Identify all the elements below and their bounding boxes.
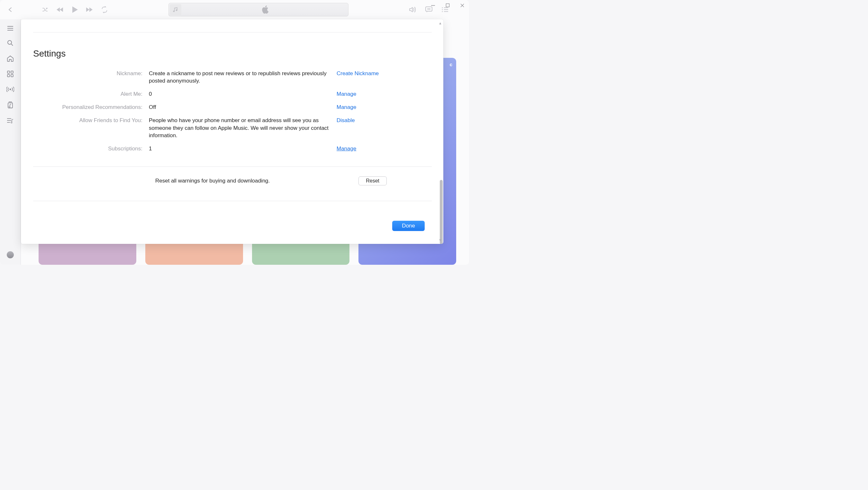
label-recs: Personalized Recommendations:	[33, 103, 149, 111]
next-track-icon[interactable]	[86, 6, 94, 13]
close-icon[interactable]	[460, 3, 465, 8]
manage-subscriptions-link[interactable]: Manage	[337, 145, 356, 152]
row-allow-friends: Allow Friends to Find You: People who ha…	[33, 116, 432, 143]
svg-point-10	[442, 11, 443, 12]
settings-heading: Settings	[33, 48, 432, 59]
shuffle-icon[interactable]	[42, 6, 49, 13]
playlist-icon[interactable]	[7, 118, 14, 123]
player-bar: 99	[0, 0, 469, 19]
svg-point-15	[8, 40, 11, 44]
play-icon[interactable]	[71, 6, 79, 13]
row-personalized-recs: Personalized Recommendations: Off Manage	[33, 102, 432, 116]
row-subscriptions: Subscriptions: 1 Manage	[33, 143, 432, 157]
settings-sheet: ▲ ▼ Settings Nickname: Create a nickname…	[21, 19, 443, 244]
browse-grid-icon[interactable]	[7, 71, 13, 77]
menu-icon[interactable]	[7, 26, 13, 31]
svg-rect-20	[11, 74, 13, 77]
scroll-up-arrow[interactable]: ▲	[438, 21, 442, 25]
minimize-icon[interactable]	[431, 3, 435, 8]
value-recs: Off	[149, 103, 329, 111]
library-music-icon[interactable]	[7, 101, 13, 108]
done-button[interactable]: Done	[392, 221, 425, 231]
label-nickname: Nickname:	[33, 70, 149, 77]
tile-badge: c	[450, 62, 452, 67]
settings-content: Settings Nickname: Create a nickname to …	[21, 19, 437, 244]
svg-rect-1	[446, 4, 450, 7]
svg-line-16	[11, 44, 13, 45]
app-window: 99 c ▲ ▼ Settings Nickname: Cre	[0, 0, 469, 265]
prev-track-icon[interactable]	[56, 6, 64, 13]
reset-button[interactable]: Reset	[359, 176, 387, 186]
divider	[33, 201, 432, 201]
value-nickname: Create a nickname to post new reviews or…	[149, 70, 329, 85]
divider	[33, 32, 432, 32]
label-subscriptions: Subscriptions:	[33, 145, 149, 152]
now-playing-bar[interactable]	[168, 3, 348, 17]
svg-point-8	[442, 9, 443, 10]
row-alert-me: Alert Me: 0 Manage	[33, 89, 432, 102]
home-icon[interactable]	[7, 55, 14, 62]
manage-alerts-link[interactable]: Manage	[337, 91, 356, 97]
row-reset-warnings: Reset all warnings for buying and downlo…	[33, 176, 432, 186]
value-friends: People who have your phone number or ema…	[149, 117, 329, 139]
divider	[33, 166, 432, 167]
search-icon[interactable]	[7, 40, 13, 46]
reset-warnings-text: Reset all warnings for buying and downlo…	[155, 178, 270, 184]
album-art-placeholder	[170, 4, 181, 15]
svg-text:99: 99	[427, 7, 431, 10]
manage-recs-link[interactable]: Manage	[337, 104, 356, 110]
disable-friends-link[interactable]: Disable	[337, 117, 355, 123]
svg-rect-19	[7, 74, 10, 77]
value-alert-me: 0	[149, 90, 329, 98]
row-nickname: Nickname: Create a nickname to post new …	[33, 68, 432, 89]
svg-rect-17	[7, 71, 10, 73]
sidebar-rail	[0, 19, 21, 265]
volume-icon[interactable]	[409, 6, 416, 13]
repeat-icon[interactable]	[101, 6, 108, 13]
label-friends: Allow Friends to Find You:	[33, 117, 149, 124]
value-subscriptions: 1	[149, 145, 329, 152]
svg-point-21	[10, 89, 11, 90]
svg-rect-18	[11, 71, 13, 73]
window-controls	[431, 3, 465, 8]
label-alert-me: Alert Me:	[33, 90, 149, 98]
scrollbar-thumb[interactable]	[440, 180, 443, 244]
account-avatar[interactable]	[7, 251, 14, 258]
playback-controls	[42, 6, 108, 13]
create-nickname-link[interactable]: Create Nickname	[337, 70, 379, 76]
radio-icon[interactable]	[6, 86, 14, 93]
maximize-icon[interactable]	[445, 3, 450, 8]
apple-logo-icon	[262, 5, 269, 14]
